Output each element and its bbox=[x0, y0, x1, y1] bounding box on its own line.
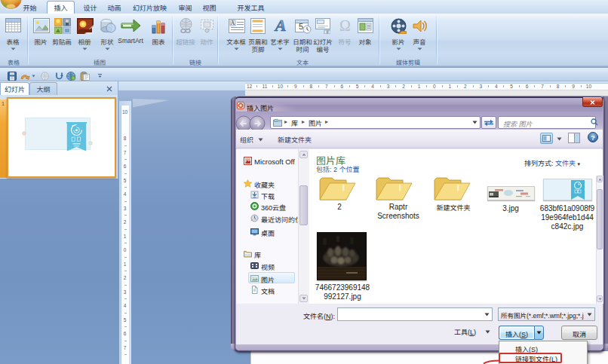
svg-text:A: A bbox=[231, 20, 235, 26]
svg-text:Ω: Ω bbox=[339, 18, 351, 33]
svg-text:#: # bbox=[326, 29, 329, 34]
svg-text:?: ? bbox=[591, 134, 595, 142]
svg-text:A: A bbox=[274, 18, 287, 33]
svg-text:5: 5 bbox=[299, 22, 303, 31]
